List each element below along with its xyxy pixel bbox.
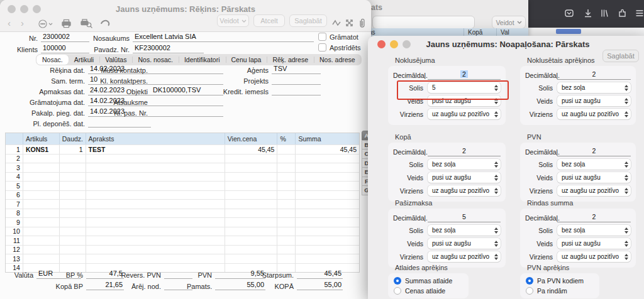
- decimal-input[interactable]: 5: [428, 213, 501, 222]
- field-input[interactable]: [151, 75, 223, 85]
- field-label: Objekti: [88, 88, 151, 95]
- menu-icon[interactable]: [634, 8, 644, 19]
- field-pamats: Pamats. 55,00: [187, 281, 265, 290]
- radio-on-icon: [394, 277, 401, 285]
- field-input[interactable]: [151, 97, 223, 106]
- solis-select[interactable]: bez soļa: [557, 225, 631, 236]
- solis-select[interactable]: bez soļa: [557, 82, 631, 93]
- radio-summas-atlaide[interactable]: Summas atlaide: [394, 277, 463, 285]
- group-pvn: PVNDecimāldaļ.2Solisbez soļaVeidspusi uz…: [520, 133, 636, 202]
- tab-cenu-lapa[interactable]: Cenu lapa: [226, 55, 267, 65]
- field-label: Atsauksme: [88, 99, 151, 106]
- nosaukums-input[interactable]: Excellent Latvia SIA: [133, 33, 314, 42]
- table-row[interactable]: 1 KONS1 1 TEST 45,45 45,45: [6, 144, 359, 154]
- invoice-table-header: Artikuls Daudz. Apraksts Vien.cena % Sum…: [6, 133, 359, 144]
- veidot-button[interactable]: Veidot: [217, 14, 249, 27]
- background-veidot-button[interactable]: Veidot: [492, 16, 526, 29]
- solis-select[interactable]: bez soļa: [557, 159, 631, 170]
- field-input[interactable]: TSV: [272, 65, 321, 74]
- saglabat-button[interactable]: Saglabāt: [289, 14, 327, 27]
- paperclip-icon[interactable]: [358, 18, 366, 28]
- klients-input[interactable]: 100000: [41, 44, 89, 53]
- activity-zigzag-icon[interactable]: [332, 19, 341, 26]
- table-row[interactable]: 13: [6, 254, 359, 263]
- field-label: Apmaksas dat.: [3, 88, 88, 95]
- stepper-icon: [625, 175, 628, 181]
- tab-rek-adrese[interactable]: Rēķ. adrese: [267, 55, 314, 65]
- tab-artikuli[interactable]: Artikuli: [69, 55, 100, 65]
- pavadz-input[interactable]: KF2300002: [133, 44, 204, 53]
- invoice-table-body: 1 KONS1 1 TEST 45,45 45,45 2 3 4: [6, 144, 359, 272]
- solis-select[interactable]: bez soļa: [428, 159, 501, 170]
- field-input[interactable]: DK100000,TSV: [151, 86, 223, 95]
- table-row[interactable]: 6: [6, 190, 359, 200]
- veids-select[interactable]: pusi uz augšu: [428, 172, 501, 183]
- extension-icon[interactable]: [616, 8, 628, 19]
- pocket-icon[interactable]: [564, 8, 575, 19]
- field-input[interactable]: [272, 75, 321, 85]
- table-row[interactable]: 10: [6, 227, 359, 236]
- table-row[interactable]: 3: [6, 163, 359, 172]
- virziens-select[interactable]: uz augšu uz pozitīvo: [557, 251, 631, 262]
- tab-nos-adrese[interactable]: Nos. adrese: [314, 55, 361, 65]
- solis-select[interactable]: 5: [428, 82, 501, 93]
- veids-select[interactable]: pusi uz augšu: [557, 172, 631, 183]
- table-row[interactable]: 9: [6, 217, 359, 227]
- tab-valutas[interactable]: Valūtas: [99, 55, 132, 65]
- veids-select[interactable]: pusi uz augšu: [428, 95, 501, 106]
- decimal-input[interactable]: 2: [557, 213, 631, 222]
- field-input[interactable]: [151, 107, 223, 117]
- library-icon[interactable]: [599, 8, 610, 19]
- kopa-input[interactable]: 55,00: [297, 281, 343, 290]
- phone-icon[interactable]: [101, 19, 110, 28]
- decimal-input[interactable]: 2: [428, 70, 501, 80]
- decimal-input[interactable]: 2: [428, 147, 501, 156]
- tab-nos-nosac[interactable]: Nos. nosac.: [132, 55, 178, 65]
- table-row[interactable]: 12: [6, 245, 359, 254]
- expand-icon[interactable]: [345, 19, 353, 27]
- tab-identifikatori[interactable]: Identifikatori: [179, 55, 226, 65]
- field-input[interactable]: [272, 86, 321, 95]
- table-row[interactable]: 11: [6, 236, 359, 245]
- background-search-field[interactable]: [372, 16, 475, 29]
- virziens-select[interactable]: uz augšu uz pozitīvo: [557, 185, 631, 196]
- virziens-select[interactable]: uz augšu uz pozitīvo: [557, 109, 631, 119]
- virziens-select[interactable]: uz augšu uz pozitīvo: [428, 109, 501, 119]
- field-label: Sam. term.: [3, 77, 88, 85]
- radio-cenas-atlaide[interactable]: Cenas atlaide: [394, 287, 463, 295]
- invoice-titlebar: Jauns uzņēmums: Rēķins: Pārskats ‹ › Vei…: [0, 0, 371, 32]
- print-icon[interactable]: [61, 19, 72, 28]
- radio-pa-pvn-kodiem[interactable]: Pa PVN kodiem: [526, 277, 594, 285]
- download-icon[interactable]: [582, 8, 594, 19]
- decimal-input[interactable]: 2: [557, 70, 631, 80]
- atcelt-button[interactable]: Atcelt: [253, 14, 285, 27]
- field-input[interactable]: [88, 118, 151, 128]
- table-row[interactable]: 8: [6, 209, 359, 218]
- veids-select[interactable]: pusi uz augšu: [428, 238, 501, 249]
- virziens-select[interactable]: uz augšu uz pozitīvo: [428, 185, 501, 196]
- record-menu-icon[interactable]: [38, 19, 54, 29]
- gramatot-checkbox[interactable]: [318, 33, 326, 41]
- table-row[interactable]: 5: [6, 181, 359, 190]
- apstridets-checkbox[interactable]: [318, 43, 326, 52]
- virziens-select[interactable]: uz augšu uz pozitīvo: [428, 251, 501, 262]
- field-nosaukums: Nosaukums Excellent Latvia SIA: [93, 33, 314, 42]
- back-icon[interactable]: ‹: [8, 18, 11, 28]
- table-row[interactable]: 7: [6, 199, 359, 209]
- print-preview-icon[interactable]: [80, 19, 93, 28]
- radio-off-icon: [394, 287, 401, 295]
- field-input[interactable]: [151, 65, 223, 74]
- veids-select[interactable]: pusi uz augšu: [557, 238, 631, 249]
- forward-icon[interactable]: ›: [21, 18, 24, 28]
- nr-input[interactable]: 2300002: [41, 33, 89, 42]
- apstridets-checkbox-row: Apstrīdēts: [318, 43, 361, 52]
- stepper-icon: [625, 241, 628, 247]
- decimal-input[interactable]: 2: [557, 147, 631, 156]
- solis-select[interactable]: bez soļa: [428, 225, 501, 236]
- table-row[interactable]: 2: [6, 154, 359, 163]
- table-row[interactable]: 4: [6, 172, 359, 182]
- starpsum-input[interactable]: 45,45: [297, 269, 343, 279]
- veids-select[interactable]: pusi uz augšu: [557, 95, 631, 106]
- tab-nosac[interactable]: Nosac.: [36, 55, 69, 65]
- radio-pa-rindam[interactable]: Pa rindām: [526, 287, 594, 295]
